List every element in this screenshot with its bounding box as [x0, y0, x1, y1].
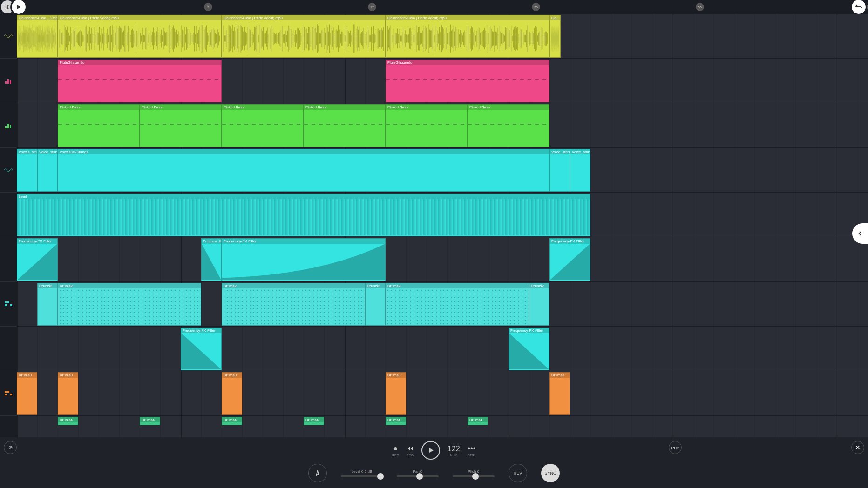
clip[interactable]: Voice..strings — [37, 149, 58, 192]
sync-button[interactable]: SYNC — [541, 464, 560, 482]
clip[interactable]: Picked Bass — [386, 104, 468, 147]
clip[interactable]: Picked Bass — [304, 104, 386, 147]
clip-label: Picked Bass — [468, 105, 549, 110]
clip[interactable]: Picked Bass — [140, 104, 222, 147]
clip[interactable]: Drums4 — [58, 417, 78, 425]
clip-label: Galdhande-Elisa ...).mp3 — [17, 15, 57, 20]
svg-rect-2 — [10, 80, 11, 84]
clip[interactable]: Drums4 — [304, 417, 324, 425]
ruler-mark[interactable]: 33 — [696, 3, 704, 11]
metronome-button[interactable] — [308, 464, 327, 482]
clip[interactable]: FluteGlissando — [58, 60, 222, 102]
clip[interactable]: Drums3 — [386, 372, 406, 415]
pan-slider[interactable] — [397, 475, 439, 477]
clip[interactable]: Drums3 — [17, 372, 37, 415]
clip-label: Galdhande-Elisa (Trade Vocal).mp3 — [58, 15, 221, 20]
more-button[interactable]: •••CTRL — [468, 444, 476, 457]
clip[interactable]: Galdhande-Elisa (Trade Vocal).mp3 — [386, 15, 549, 58]
track-header-icon[interactable] — [0, 282, 17, 327]
main-area: Galdhande-Elisa ...).mp3Galdhande-Elisa … — [0, 14, 868, 437]
ruler-mark[interactable]: 25 — [532, 3, 540, 11]
clip-label: Picked Bass — [222, 105, 303, 110]
reverse-button[interactable]: REV — [509, 464, 527, 482]
arrangement-grid[interactable]: Galdhande-Elisa ...).mp3Galdhande-Elisa … — [17, 14, 868, 437]
track-header-icon[interactable] — [0, 103, 17, 148]
clip-label: Drums2 — [529, 283, 549, 288]
play-button-main[interactable] — [421, 441, 440, 460]
record-button[interactable]: ●REC — [392, 444, 399, 457]
clip[interactable]: Frequency-FX Filter — [181, 328, 222, 370]
clip[interactable]: Frequen..ilter — [201, 238, 222, 281]
close-button[interactable]: ✕ — [851, 441, 864, 454]
clip[interactable]: Frequency-FX Filter — [17, 238, 58, 281]
clip[interactable]: VoicesStr-Strings — [58, 149, 549, 192]
clip-label: FluteGlissando — [386, 60, 549, 65]
clip[interactable]: Picked Bass — [222, 104, 304, 147]
pitch-slider[interactable] — [453, 475, 495, 477]
clip[interactable]: Voice..strings — [549, 149, 570, 192]
track-header-icon[interactable] — [0, 148, 17, 193]
track-header-icon[interactable] — [0, 193, 17, 237]
clip[interactable]: Lead — [17, 194, 590, 236]
clip[interactable]: FluteGlissando — [386, 60, 549, 102]
track-header-icon[interactable] — [0, 59, 17, 103]
clip-label: Drums3 — [386, 373, 406, 378]
ruler-mark[interactable]: 17 — [368, 3, 376, 11]
svg-rect-13 — [10, 394, 12, 395]
clip[interactable]: Drums2 — [365, 283, 386, 326]
pitch-slider-group: Pitch 0 — [453, 469, 495, 477]
clip-label: Voice..strings — [550, 149, 570, 154]
clip[interactable]: Drums3 — [549, 372, 570, 415]
clip[interactable]: Voice..strings — [570, 149, 590, 192]
svg-rect-12 — [5, 394, 7, 395]
track-sidebar — [0, 14, 17, 437]
track-header-icon[interactable] — [0, 327, 17, 371]
clip[interactable]: Picked Bass — [58, 104, 140, 147]
clip[interactable]: Frequency-FX Filter — [222, 238, 386, 281]
clip[interactable]: Voices_strings — [17, 149, 37, 192]
clip[interactable]: Drums4 — [140, 417, 160, 425]
svg-rect-4 — [7, 124, 9, 128]
clip-label: Drums4 — [386, 417, 406, 422]
clip[interactable]: Drums3 — [58, 372, 78, 415]
play-button-top[interactable] — [10, 0, 27, 15]
lower-controls: Level 0.0 dB Pan 0 Pitch 0 REV SYNC — [308, 464, 560, 482]
tempo-display[interactable]: 122BPM — [448, 445, 460, 456]
clip[interactable]: Ga... — [549, 15, 561, 58]
svg-rect-11 — [7, 391, 9, 393]
clip[interactable]: Drums2 — [37, 283, 58, 326]
clip-label: Drums4 — [140, 417, 160, 422]
clip[interactable]: Frequency-FX Filter — [549, 238, 590, 281]
track-header-icon[interactable] — [0, 14, 17, 59]
svg-rect-7 — [7, 301, 9, 303]
clip-label: Lead — [17, 194, 590, 199]
clip[interactable]: Drums4 — [222, 417, 242, 425]
pitch-label: Pitch 0 — [468, 469, 479, 474]
clip-label: Voice..strings — [570, 149, 590, 154]
clip[interactable]: Galdhande-Elisa ...).mp3 — [17, 15, 58, 58]
clip[interactable]: Drums2 — [222, 283, 365, 326]
clip[interactable]: Galdhande-Elisa (Trade Vocal).mp3 — [222, 15, 386, 58]
track-header-icon[interactable] — [0, 371, 17, 416]
clip-label: Frequency-FX Filter — [550, 239, 590, 244]
clip[interactable]: Drums4 — [468, 417, 488, 425]
clip-label: FluteGlissando — [58, 60, 221, 65]
track-header-icon[interactable] — [0, 237, 17, 282]
transport-bar: ⎚ PRV ✕ ●REC ⏮REW 122BPM •••CTRL Level 0… — [0, 437, 868, 488]
ruler-mark[interactable]: 9 — [204, 3, 212, 11]
svg-rect-0 — [5, 81, 7, 84]
clip[interactable]: Drums3 — [222, 372, 242, 415]
clip[interactable]: Picked Bass — [468, 104, 549, 147]
clip[interactable]: Drums2 — [529, 283, 549, 326]
clip[interactable]: Galdhande-Elisa (Trade Vocal).mp3 — [58, 15, 222, 58]
preview-button[interactable]: PRV — [669, 441, 682, 454]
level-slider[interactable] — [341, 475, 383, 477]
clip[interactable]: Drums2 — [58, 283, 201, 326]
transport-controls: ●REC ⏮REW 122BPM •••CTRL — [392, 441, 476, 460]
rewind-button[interactable]: ⏮REW — [407, 444, 414, 457]
clip[interactable]: Drums4 — [386, 417, 406, 425]
clip[interactable]: Frequency-FX Filter — [509, 328, 549, 370]
clip[interactable]: Drums2 — [386, 283, 529, 326]
mixer-button[interactable]: ⎚ — [4, 441, 17, 454]
timeline-ruler[interactable]: 917253341 — [27, 0, 868, 14]
